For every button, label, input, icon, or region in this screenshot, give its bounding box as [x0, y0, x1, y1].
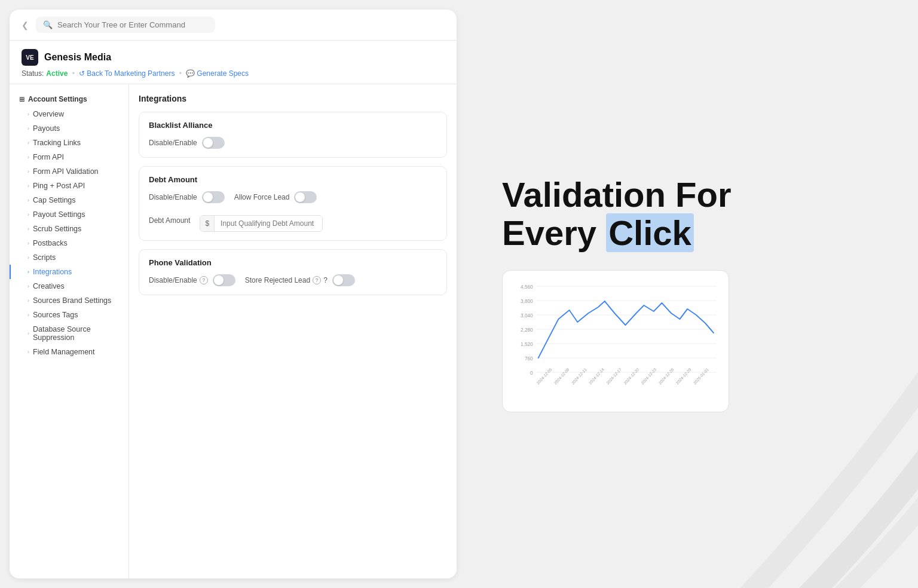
- main-content: ⊞ Account Settings › Overview › Payouts …: [10, 84, 457, 578]
- sidebar-item-label: Ping + Post API: [33, 182, 85, 190]
- hero-line1: Validation For: [502, 176, 732, 214]
- debt-toggle[interactable]: [202, 191, 225, 203]
- store-rejected-field: Store Rejected Lead ? ?: [245, 274, 355, 286]
- debt-amount-card: Debt Amount Disable/Enable Allow Force L…: [139, 166, 447, 241]
- sidebar-item-label: Form API: [33, 153, 64, 161]
- phone-title: Phone Validation: [149, 258, 437, 267]
- separator2: •: [177, 69, 183, 78]
- sidebar-item-ping-post[interactable]: › Ping + Post API: [10, 179, 128, 193]
- svg-text:0: 0: [530, 369, 533, 375]
- collapse-button[interactable]: ❮: [19, 18, 31, 32]
- refresh-icon: ↺: [79, 69, 85, 78]
- svg-text:2024-12-08: 2024-12-08: [553, 367, 570, 385]
- debt-input-wrap: $: [200, 215, 323, 232]
- content-title: Integrations: [139, 94, 447, 103]
- svg-text:2024-12-11: 2024-12-11: [571, 367, 587, 385]
- sidebar-item-creatives[interactable]: › Creatives: [10, 279, 128, 293]
- sidebar-item-cap-settings[interactable]: › Cap Settings: [10, 193, 128, 207]
- sidebar-item-form-api-validation[interactable]: › Form API Validation: [10, 164, 128, 179]
- sidebar-item-db-source-suppression[interactable]: › Database Source Suppression: [10, 322, 128, 345]
- sidebar-item-label: Postbacks: [33, 239, 68, 247]
- force-lead-toggle[interactable]: [294, 191, 317, 203]
- generate-specs-link[interactable]: 💬 Generate Specs: [186, 69, 249, 78]
- entity-avatar: VE: [22, 49, 38, 66]
- sidebar-item-scripts[interactable]: › Scripts: [10, 250, 128, 265]
- svg-text:2024-12-14: 2024-12-14: [588, 367, 605, 385]
- chart-card: 4,560 3,800 3,040 2,280 1,520 760 0 2024…: [502, 270, 729, 412]
- blacklist-row: Disable/Enable: [149, 137, 437, 149]
- entity-name: Genesis Media: [44, 52, 111, 63]
- chevron-icon: ›: [27, 298, 29, 304]
- svg-text:1,520: 1,520: [521, 341, 533, 347]
- sidebar-item-payouts[interactable]: › Payouts: [10, 121, 128, 136]
- sidebar-item-form-api[interactable]: › Form API: [10, 150, 128, 164]
- chevron-icon: ›: [27, 183, 29, 189]
- svg-text:760: 760: [525, 355, 533, 361]
- toggle-thumb: [214, 275, 224, 285]
- entity-title: VE Genesis Media: [22, 49, 445, 66]
- chevron-icon: ›: [27, 330, 29, 336]
- toggle-thumb: [333, 275, 343, 285]
- nav-section-header: ⊞ Account Settings: [10, 91, 128, 107]
- store-rejected-toggle[interactable]: [332, 274, 355, 286]
- chevron-icon: ›: [27, 169, 29, 174]
- chevron-icon: ›: [27, 111, 29, 117]
- sidebar-item-label: Tracking Links: [33, 139, 81, 147]
- sidebar-item-payout-settings[interactable]: › Payout Settings: [10, 207, 128, 222]
- right-panel: Validation For Every Click 4,560 3,800 3…: [466, 0, 918, 588]
- svg-text:2024-12-26: 2024-12-26: [658, 367, 675, 385]
- svg-text:3,040: 3,040: [521, 312, 533, 318]
- blacklist-disable-enable-field: Disable/Enable: [149, 137, 225, 149]
- sidebar-nav: ⊞ Account Settings › Overview › Payouts …: [10, 84, 129, 578]
- phone-toggle[interactable]: [213, 274, 235, 286]
- entity-meta: Status: Active • ↺ Back To Marketing Par…: [22, 69, 445, 78]
- chevron-icon: ›: [27, 154, 29, 160]
- sidebar-item-label: Form API Validation: [33, 167, 99, 176]
- svg-text:4,560: 4,560: [521, 283, 533, 289]
- chevron-icon: ›: [27, 226, 29, 232]
- status-label: Status:: [22, 69, 44, 78]
- sidebar-item-label: Cap Settings: [33, 196, 76, 204]
- chevron-icon: ›: [27, 269, 29, 275]
- phone-help-icon[interactable]: ?: [200, 276, 208, 284]
- status-badge: Active: [46, 69, 68, 78]
- phone-toggle-label-wrap: Disable/Enable ?: [149, 276, 208, 284]
- blacklist-title: Blacklist Alliance: [149, 121, 437, 130]
- toggle-thumb: [203, 192, 213, 202]
- phone-row: Disable/Enable ? Store Rejected Lead ?: [149, 274, 437, 286]
- sidebar-item-scrub-settings[interactable]: › Scrub Settings: [10, 222, 128, 236]
- sidebar-item-tracking-links[interactable]: › Tracking Links: [10, 136, 128, 150]
- svg-text:2024-12-17: 2024-12-17: [605, 367, 622, 385]
- search-icon: 🔍: [43, 20, 53, 29]
- debt-amount-input[interactable]: [215, 216, 322, 231]
- store-rejected-suffix: ?: [323, 276, 328, 284]
- svg-text:2024-12-23: 2024-12-23: [640, 367, 657, 385]
- chevron-icon: ›: [27, 212, 29, 218]
- blacklist-toggle[interactable]: [202, 137, 225, 149]
- svg-text:2025-01-01: 2025-01-01: [693, 367, 709, 385]
- chevron-icon: ›: [27, 312, 29, 318]
- search-box[interactable]: 🔍: [36, 17, 215, 33]
- sidebar-item-field-management[interactable]: › Field Management: [10, 345, 128, 359]
- chevron-icon: ›: [27, 197, 29, 203]
- phone-disable-enable-field: Disable/Enable ?: [149, 274, 235, 286]
- sidebar-item-overview[interactable]: › Overview: [10, 107, 128, 121]
- sidebar-item-integrations[interactable]: › Integrations: [10, 265, 128, 279]
- sidebar-item-label: Sources Tags: [33, 311, 78, 319]
- svg-text:3,800: 3,800: [521, 298, 533, 304]
- svg-text:2024-12-29: 2024-12-29: [675, 367, 692, 385]
- chevron-icon: ›: [27, 240, 29, 246]
- store-rejected-help-icon[interactable]: ?: [313, 276, 321, 284]
- sidebar-item-sources-brand[interactable]: › Sources Brand Settings: [10, 293, 128, 308]
- search-input[interactable]: [57, 20, 208, 29]
- back-to-partners-link[interactable]: ↺ Back To Marketing Partners: [79, 69, 175, 78]
- sidebar-item-sources-tags[interactable]: › Sources Tags: [10, 308, 128, 322]
- debt-amount-row: Debt Amount $: [149, 209, 437, 232]
- store-rejected-label: Store Rejected Lead: [245, 276, 310, 284]
- separator: •: [70, 69, 76, 78]
- sidebar-item-postbacks[interactable]: › Postbacks: [10, 236, 128, 250]
- hero-line2: Every Click: [502, 214, 732, 252]
- svg-text:2,280: 2,280: [521, 326, 533, 332]
- left-panel: ❮ 🔍 VE Genesis Media Status: Active • ↺ …: [10, 10, 457, 578]
- phone-validation-card: Phone Validation Disable/Enable ?: [139, 249, 447, 295]
